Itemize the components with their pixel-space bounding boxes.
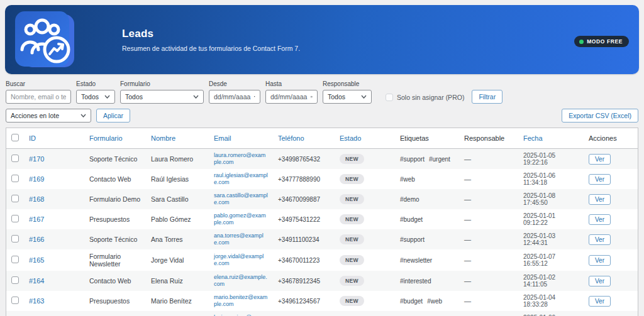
lead-id-link[interactable]: #167 [29, 215, 44, 223]
table-row: #166Soporte TécnicoAna Torresana.torres@… [6, 229, 638, 249]
lead-email-link[interactable]: pablo.gomez@example.com [214, 212, 268, 226]
responsable-select[interactable]: Todos [323, 90, 372, 104]
estado-badge: NEW [340, 154, 364, 164]
bulk-actions-select[interactable]: Acciones en lote [6, 109, 91, 123]
lead-fecha: 2025-01-04 18:33:28 [518, 291, 584, 311]
row-checkbox[interactable] [11, 235, 19, 242]
ver-button[interactable]: Ver [589, 234, 611, 245]
lead-telefono: +34678912345 [273, 271, 335, 291]
lead-nombre: Elena Ruiz [146, 271, 209, 291]
calendar-icon[interactable] [254, 94, 255, 100]
calendar-icon[interactable] [311, 94, 313, 100]
hasta-date-input[interactable]: dd/mm/aaaa [265, 90, 318, 104]
lead-responsable: — [459, 189, 518, 209]
column-header-etiquetas: Etiquetas [395, 128, 459, 149]
lead-etiquetas: #web [395, 169, 459, 189]
exportar-csv-button[interactable]: Exportar CSV (Excel) [562, 109, 638, 123]
lead-responsable: — [459, 291, 518, 311]
row-checkbox[interactable] [11, 215, 19, 222]
table-row: #169Contacto WebRaúl Iglesiasraul.iglesi… [6, 169, 638, 189]
lead-email-link[interactable]: laura.romero@example.com [214, 152, 268, 166]
column-header-email[interactable]: Email [209, 128, 273, 149]
lead-email-link[interactable]: ana.torres@example.com [214, 232, 268, 246]
ver-button[interactable]: Ver [589, 214, 611, 225]
column-header-estado[interactable]: Estado [335, 128, 395, 149]
lead-id-link[interactable]: #165 [29, 256, 44, 264]
page-title: Leads [122, 28, 300, 40]
lead-id-link[interactable]: #168 [29, 195, 44, 203]
filtrar-button[interactable]: Filtrar [472, 90, 502, 104]
lead-id-link[interactable]: #166 [29, 236, 44, 243]
green-dot-icon [579, 40, 584, 44]
ver-button[interactable]: Ver [589, 174, 611, 185]
lead-telefono: +34961234567 [273, 291, 335, 311]
estado-badge: NEW [340, 296, 364, 306]
ver-button[interactable]: Ver [589, 194, 611, 205]
column-header-formulario[interactable]: Formulario [84, 128, 146, 149]
lead-email-link[interactable]: mario.benitez@example.com [214, 294, 268, 308]
lead-telefono: +34670099887 [273, 189, 335, 209]
aplicar-button[interactable]: Aplicar [96, 109, 130, 123]
lead-id-link[interactable]: #163 [29, 297, 44, 305]
lead-fecha: 2025-01-07 16:55:12 [518, 249, 584, 271]
ver-button[interactable]: Ver [589, 255, 611, 266]
estado-badge: NEW [340, 234, 364, 244]
row-checkbox[interactable] [11, 175, 19, 182]
lead-nombre: Raúl Iglesias [146, 169, 209, 189]
solo-sin-asignar-checkbox[interactable] [386, 94, 393, 101]
row-checkbox[interactable] [11, 256, 19, 263]
lead-formulario: Soporte Técnico [84, 229, 146, 249]
lead-etiquetas: #budget#web [395, 291, 459, 311]
etiqueta-tag: #interested [400, 278, 431, 285]
formulario-select[interactable]: Todos [120, 90, 204, 104]
row-checkbox[interactable] [11, 276, 19, 284]
table-row: #162Soporte TécnicoLucía Ramírezlucia.ra… [6, 311, 638, 316]
etiqueta-tag: #budget [400, 298, 423, 305]
lead-etiquetas: #interested [395, 271, 459, 291]
estado-select[interactable]: Todos [76, 90, 115, 104]
leads-table-container: IDFormularioNombreEmailTeléfonoEstadoEti… [6, 128, 638, 316]
lead-responsable: — [459, 169, 518, 189]
lead-email-link[interactable]: jorge.vidal@example.com [214, 253, 268, 267]
column-header-fecha[interactable]: Fecha [518, 128, 584, 149]
lead-email-link[interactable]: raul.iglesias@example.com [214, 172, 268, 186]
lead-id-link[interactable]: #169 [29, 175, 44, 183]
lead-telefono: +34777888990 [273, 169, 335, 189]
column-header-id[interactable]: ID [24, 128, 84, 149]
lead-etiquetas: #support [395, 311, 459, 316]
lead-telefono: +34670011223 [273, 249, 335, 271]
lead-email-link[interactable]: sara.castillo@example.com [214, 192, 268, 206]
desde-date-input[interactable]: dd/mm/aaaa [209, 90, 260, 104]
lead-fecha: 2025-01-06 09:22:11 [518, 311, 584, 316]
lead-nombre: Ana Torres [146, 229, 209, 249]
lead-id-link[interactable]: #164 [29, 277, 44, 285]
ver-button[interactable]: Ver [589, 154, 611, 165]
hasta-label: Hasta [265, 80, 318, 87]
lead-fecha: 2025-01-03 12:44:31 [518, 229, 584, 249]
lead-etiquetas: #support [395, 229, 459, 249]
ver-button[interactable]: Ver [589, 296, 611, 307]
lead-etiquetas: #demo [395, 189, 459, 209]
table-row: #165Formulario NewsletterJorge Vidaljorg… [6, 249, 638, 271]
page-subtitle: Resumen de actividad de tus formularios … [122, 45, 300, 52]
lead-id-link[interactable]: #170 [29, 155, 44, 163]
column-header-nombre[interactable]: Nombre [146, 128, 209, 149]
lead-email-link[interactable]: elena.ruiz@example.com [214, 274, 268, 288]
lead-fecha: 2025-01-02 14:11:05 [518, 271, 584, 291]
leads-table: IDFormularioNombreEmailTeléfonoEstadoEti… [6, 128, 638, 316]
column-header-telefono[interactable]: Teléfono [273, 128, 335, 149]
lead-telefono: +34912654789 [273, 311, 335, 316]
row-checkbox[interactable] [11, 297, 19, 304]
ver-button[interactable]: Ver [589, 276, 611, 286]
search-input[interactable] [11, 93, 66, 101]
lead-etiquetas: #newsletter [395, 249, 459, 271]
lead-fecha: 2025-01-06 11:34:18 [518, 169, 584, 189]
estado-label: Estado [76, 80, 115, 87]
desde-label: Desde [209, 80, 260, 87]
select-all-checkbox[interactable] [11, 134, 19, 141]
row-checkbox[interactable] [11, 195, 19, 202]
row-checkbox[interactable] [11, 155, 19, 162]
chevron-down-icon [104, 95, 110, 99]
lead-formulario: Contacto Web [84, 271, 146, 291]
lead-fecha: 2025-01-05 19:22:16 [518, 149, 584, 170]
